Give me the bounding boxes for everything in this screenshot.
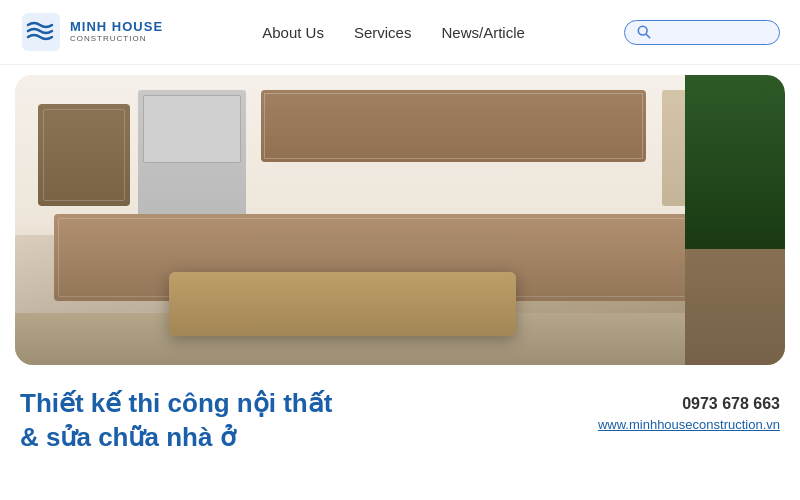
search-input[interactable] (657, 25, 767, 40)
logo-main-text: MINH HOUSE (70, 20, 163, 34)
nav-news[interactable]: News/Article (441, 24, 524, 41)
svg-line-2 (646, 34, 650, 38)
nav-services[interactable]: Services (354, 24, 412, 41)
logo-icon (20, 11, 62, 53)
search-box[interactable] (624, 20, 780, 45)
phone-number: 0973 678 663 (598, 395, 780, 413)
headline: Thiết kế thi công nội thất & sửa chữa nh… (20, 387, 332, 455)
logo-sub-text: CONSTRUCTION (70, 35, 163, 44)
hero-section (15, 75, 785, 365)
nav-about[interactable]: About Us (262, 24, 324, 41)
search-icon (637, 25, 651, 39)
navigation: About Us Services News/Article (262, 24, 525, 41)
headline-line1: Thiết kế thi công nội thất (20, 387, 332, 421)
headline-line2: & sửa chữa nhà ở (20, 421, 332, 455)
website-url: www.minhhouseconstruction.vn (598, 417, 780, 432)
header: MINH HOUSE CONSTRUCTION About Us Service… (0, 0, 800, 65)
logo[interactable]: MINH HOUSE CONSTRUCTION (20, 11, 163, 53)
logo-text: MINH HOUSE CONSTRUCTION (70, 20, 163, 43)
contact-info: 0973 678 663 www.minhhouseconstruction.v… (598, 387, 780, 432)
hero-overlay (15, 75, 785, 365)
bottom-section: Thiết kế thi công nội thất & sửa chữa nh… (0, 365, 800, 465)
